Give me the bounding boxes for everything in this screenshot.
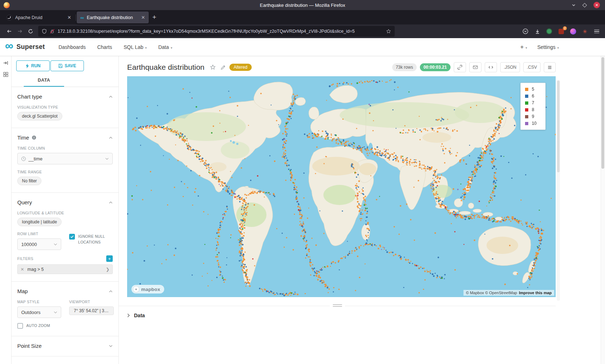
window-close-button[interactable]: ✕	[593, 2, 600, 8]
bookmark-star-icon[interactable]	[386, 29, 391, 34]
run-button[interactable]: RUN	[16, 60, 50, 71]
superset-brand[interactable]: ∞ Superset	[5, 42, 45, 52]
export-csv-button[interactable]: .CSV	[523, 62, 541, 72]
forward-button[interactable]	[14, 26, 25, 37]
attribution-text[interactable]: © Mapbox © OpenStreetMap	[466, 291, 517, 295]
browser-toolbar: 172.18.0.3:32108/superset/explore/?form_…	[0, 24, 605, 38]
hamburger-icon	[547, 65, 552, 70]
mapbox-icon: ✦	[133, 286, 139, 292]
row-limit-value: 100000	[21, 242, 37, 247]
viewport-value[interactable]: 7° 35' 54.02" | 31...	[69, 306, 114, 315]
lonlat-value[interactable]: longitude | latitude	[17, 218, 62, 226]
section-header-query[interactable]: Query	[17, 199, 113, 205]
envelope-icon	[473, 65, 478, 70]
tracking-shield-icon[interactable]	[42, 29, 47, 34]
edit-properties-icon[interactable]	[220, 65, 226, 70]
window-minimize-icon[interactable]	[572, 3, 576, 7]
add-filter-button[interactable]: +	[106, 255, 113, 262]
settings-menu[interactable]: Settings▾	[537, 44, 559, 50]
time-column-value: __time	[28, 156, 42, 161]
remove-filter-icon[interactable]: ✕	[21, 267, 24, 272]
lonlat-label: LONGITUDE & LATITUDE	[17, 211, 113, 215]
email-button[interactable]	[469, 62, 481, 72]
chevron-down-icon	[54, 243, 57, 246]
row-limit-select[interactable]: 100000	[17, 238, 61, 250]
extension-blocker-icon[interactable]: 2	[558, 28, 564, 35]
improve-map-link[interactable]: Improve this map	[519, 291, 552, 295]
map-canvas[interactable]: 5 6 7 8 9 10 ✦ mapbox © Mapbox © OpenStr…	[127, 76, 556, 297]
expand-panel-icon[interactable]	[3, 60, 8, 65]
tab-close-icon[interactable]: ✕	[141, 15, 145, 20]
chart-scrollbar[interactable]	[557, 80, 560, 301]
superset-logo-icon: ∞	[5, 41, 13, 51]
map-style-select[interactable]: Outdoors	[17, 306, 61, 318]
superset-favicon-icon: ∞	[80, 15, 84, 20]
time-column-select[interactable]: __time	[17, 153, 113, 164]
scrollbar-thumb[interactable]	[601, 57, 604, 169]
chart-menu-button[interactable]	[544, 62, 556, 72]
url-bar[interactable]: 172.18.0.3:32108/superset/explore/?form_…	[38, 26, 395, 37]
downloads-icon[interactable]	[534, 28, 541, 35]
page-scrollbar[interactable]	[601, 56, 605, 364]
legend-label: 6	[532, 94, 534, 99]
auto-zoom-checkbox[interactable]	[17, 323, 23, 329]
back-button[interactable]	[4, 26, 14, 37]
brand-name: Superset	[17, 43, 45, 51]
section-header-chart-type[interactable]: Chart type	[17, 94, 113, 100]
reload-button[interactable]	[25, 26, 36, 37]
tab-earthquake-distribution[interactable]: ∞ Earthquake distribution ✕	[77, 12, 149, 23]
nav-charts[interactable]: Charts	[97, 44, 112, 50]
tab-apache-druid[interactable]: Apache Druid ✕	[3, 12, 75, 23]
share-link-button[interactable]	[454, 62, 466, 72]
data-results-toggle[interactable]: Data	[127, 313, 605, 318]
map-legend[interactable]: 5 6 7 8 9 10	[520, 83, 546, 130]
legend-item: 9	[525, 114, 537, 119]
nav-dashboards[interactable]: Dashboards	[58, 44, 86, 50]
chevron-down-icon: ▾	[525, 46, 527, 50]
new-tab-icon[interactable]: +	[152, 13, 156, 21]
export-json-button[interactable]: .JSON	[500, 62, 520, 72]
time-range-value[interactable]: No filter	[17, 177, 41, 185]
row-count-badge: 73k rows	[392, 63, 417, 71]
insecure-lock-icon[interactable]	[50, 29, 55, 34]
viz-type-value[interactable]: deck.gl Scatterplot	[17, 112, 62, 120]
panel-tabs: DATA	[12, 75, 118, 87]
nav-data[interactable]: Data▾	[158, 44, 172, 50]
section-header-point-size[interactable]: Point Size	[17, 343, 113, 349]
window-title: Earthquake distribution — Mozilla Firefo…	[0, 3, 605, 8]
chevron-down-icon	[105, 158, 109, 160]
chevron-down-icon: ▾	[171, 46, 172, 50]
legend-item: 8	[525, 107, 537, 112]
tab-close-icon[interactable]: ✕	[67, 15, 71, 20]
filter-tag[interactable]: ✕ mag > 5 ❯	[17, 264, 113, 274]
viz-type-label: VISUALIZATION TYPE	[17, 105, 113, 109]
extension-pinwheel-icon[interactable]: ✳	[582, 28, 588, 35]
chevron-down-icon	[54, 311, 57, 314]
section-header-map[interactable]: Map	[17, 288, 113, 294]
tab-data[interactable]: DATA	[24, 75, 64, 87]
altered-badge[interactable]: Altered	[229, 64, 252, 71]
resize-handle[interactable]	[330, 303, 345, 308]
favorite-star-icon[interactable]	[210, 64, 216, 70]
browser-menu-icon[interactable]	[593, 28, 600, 35]
section-header-time[interactable]: Time	[17, 135, 113, 141]
section-chart-type: Chart type VISUALIZATION TYPE deck.gl Sc…	[12, 87, 118, 128]
pocket-icon[interactable]	[522, 28, 529, 35]
window-maximize-icon[interactable]	[582, 3, 587, 8]
save-button[interactable]: SAVE	[50, 60, 84, 71]
section-point-size: Point Size	[12, 336, 118, 356]
firefox-logo-icon	[4, 2, 10, 8]
dataset-grid-icon[interactable]	[3, 72, 8, 77]
url-text[interactable]: 172.18.0.3:32108/superset/explore/?form_…	[58, 29, 383, 34]
ignore-null-checkbox[interactable]	[69, 234, 75, 240]
mapbox-logo[interactable]: ✦ mapbox	[131, 285, 164, 294]
profile-avatar[interactable]	[570, 28, 576, 35]
legend-label: 10	[532, 121, 537, 126]
view-query-button[interactable]	[485, 62, 497, 72]
druid-favicon-icon	[6, 15, 12, 21]
chevron-down-icon	[109, 345, 113, 347]
tab-bar: Apache Druid ✕ ∞ Earthquake distribution…	[0, 10, 605, 24]
extension-green-icon[interactable]	[546, 28, 552, 35]
nav-sql-lab[interactable]: SQL Lab▾	[124, 44, 147, 50]
new-item-button[interactable]: +▾	[520, 44, 527, 51]
